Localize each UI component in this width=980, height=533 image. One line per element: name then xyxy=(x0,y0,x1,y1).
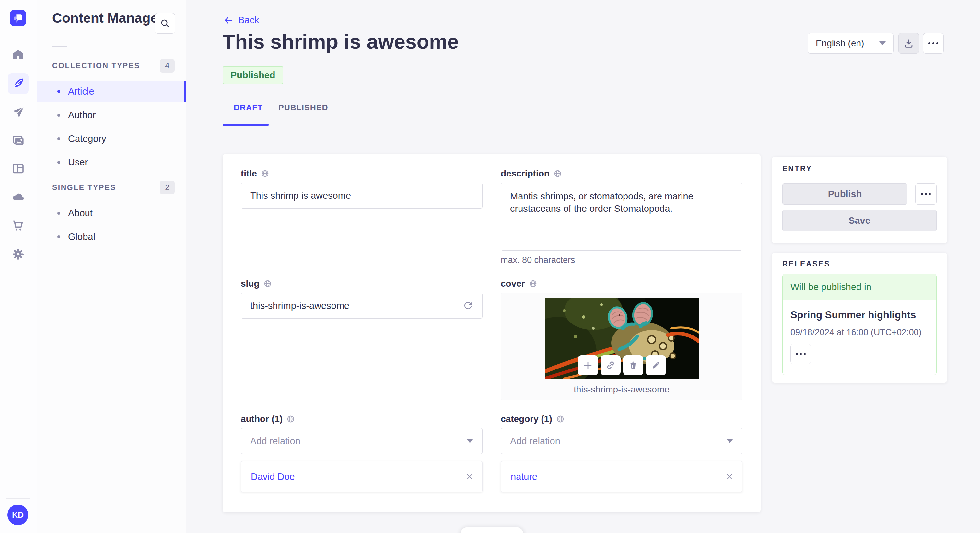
sidebar-item-label: User xyxy=(68,157,88,168)
locale-selected-value: English (en) xyxy=(816,38,864,49)
entry-panel: ENTRY Publish Save xyxy=(772,157,947,243)
bullet-icon xyxy=(57,235,60,238)
close-icon[interactable] xyxy=(465,473,474,481)
category-combobox-placeholder: Add relation xyxy=(510,436,560,447)
floating-widget-handle[interactable] xyxy=(460,527,524,533)
add-media-button[interactable] xyxy=(578,355,598,375)
publish-button[interactable]: Publish xyxy=(782,183,907,205)
rail-item-home[interactable] xyxy=(8,44,29,65)
sidebar-item-user[interactable]: User xyxy=(37,152,186,173)
main-content: Back English (en) This shrimp is awesome… xyxy=(186,0,980,533)
trash-icon xyxy=(628,360,638,370)
title-input[interactable]: This shrimp is awesome xyxy=(241,182,482,209)
description-textarea[interactable]: Mantis shrimps, or stomatopods, are mari… xyxy=(501,182,743,251)
subnav-divider xyxy=(52,46,67,47)
cloud-icon xyxy=(12,190,25,203)
download-icon xyxy=(904,38,913,48)
rail-item-marketplace[interactable] xyxy=(8,215,29,236)
author-relation-combobox[interactable]: Add relation xyxy=(241,428,482,454)
chevron-down-icon xyxy=(727,439,733,443)
sidebar-item-global[interactable]: Global xyxy=(37,226,186,247)
release-more-button[interactable] xyxy=(791,344,811,364)
globe-icon xyxy=(261,169,269,178)
release-body: Spring Summer highlights 09/18/2024 at 1… xyxy=(783,300,936,374)
field-label-slug: slug xyxy=(241,279,272,289)
regenerate-icon[interactable] xyxy=(463,300,473,311)
rail-divider xyxy=(6,498,30,499)
chevron-down-icon xyxy=(467,439,473,443)
field-label-category: category (1) xyxy=(501,414,565,424)
rail-item-content-type-builder[interactable] xyxy=(8,159,29,179)
field-label-title: title xyxy=(241,168,269,179)
sidebar-item-article[interactable]: Article xyxy=(37,81,186,102)
tab-draft[interactable]: DRAFT xyxy=(234,103,263,113)
more-dots-icon xyxy=(929,43,938,44)
collection-types-count-badge: 4 xyxy=(160,59,175,73)
sidebar-item-about[interactable]: About xyxy=(37,203,186,224)
plus-icon xyxy=(583,360,593,370)
globe-icon xyxy=(556,415,565,423)
slug-input[interactable]: this-shrimp-is-awesome xyxy=(241,293,482,319)
rail-item-content-manager[interactable] xyxy=(8,73,29,94)
sidebar-item-label: Global xyxy=(68,232,95,242)
more-dots-icon xyxy=(921,193,931,195)
copy-link-button[interactable] xyxy=(600,355,620,375)
category-relation-link[interactable]: nature xyxy=(511,471,537,482)
author-relation-link[interactable]: David Doe xyxy=(251,471,294,482)
release-date: 09/18/2024 at 16:00 (UTC+02:00) xyxy=(791,327,922,338)
save-button[interactable]: Save xyxy=(782,210,937,231)
paper-plane-icon xyxy=(12,106,25,119)
back-label: Back xyxy=(238,15,259,25)
globe-icon xyxy=(286,415,295,423)
user-avatar[interactable]: KD xyxy=(8,504,28,525)
page-title: This shrimp is awesome xyxy=(223,30,458,53)
search-button[interactable] xyxy=(154,13,175,34)
home-icon xyxy=(12,48,25,61)
field-label-cover: cover xyxy=(501,279,537,289)
feather-pen-icon xyxy=(11,77,25,90)
cover-toolbar xyxy=(545,355,699,375)
single-types-list: About Global xyxy=(37,203,186,247)
rail-item-media-library[interactable] xyxy=(8,130,29,151)
slug-input-value: this-shrimp-is-awesome xyxy=(250,300,349,311)
rail-item-releases[interactable] xyxy=(8,102,29,123)
release-status: Will be published in xyxy=(783,274,936,300)
layout-icon xyxy=(12,162,25,175)
export-button[interactable] xyxy=(898,33,919,54)
cover-caption: this-shrimp-is-awesome xyxy=(501,384,742,395)
delete-media-button[interactable] xyxy=(623,355,643,375)
back-link[interactable]: Back xyxy=(223,15,259,25)
header-more-button[interactable] xyxy=(923,33,944,54)
category-relation-combobox[interactable]: Add relation xyxy=(501,428,743,454)
sidebar-item-label: Category xyxy=(68,133,106,144)
sidebar-item-label: Author xyxy=(68,110,95,121)
rail-item-settings[interactable] xyxy=(8,244,29,265)
sidebar-item-category[interactable]: Category xyxy=(37,128,186,149)
category-relation-item: nature xyxy=(501,461,743,492)
sidebar-item-author[interactable]: Author xyxy=(37,105,186,125)
edit-media-button[interactable] xyxy=(646,355,666,375)
more-dots-icon xyxy=(796,353,806,355)
strapi-logo[interactable] xyxy=(10,10,26,26)
description-value: Mantis shrimps, or stomatopods, are mari… xyxy=(510,191,694,214)
cover-media-card: this-shrimp-is-awesome xyxy=(501,293,743,400)
edit-form-card: title This shrimp is awesome description xyxy=(223,154,760,512)
app-window: KD Content Manager COLLECTION TYPES 4 Ar… xyxy=(0,0,980,533)
close-icon[interactable] xyxy=(725,473,734,481)
active-tab-underline xyxy=(223,124,269,126)
entry-more-button[interactable] xyxy=(915,183,937,205)
bullet-icon xyxy=(57,137,60,140)
strapi-logo-icon xyxy=(10,10,26,26)
bullet-icon xyxy=(57,90,60,93)
tab-published[interactable]: PUBLISHED xyxy=(278,103,328,113)
field-label-author: author (1) xyxy=(241,414,295,424)
globe-icon xyxy=(529,279,537,288)
chevron-down-icon xyxy=(879,41,886,45)
rail-item-cloud[interactable] xyxy=(8,187,29,207)
media-library-icon xyxy=(12,134,25,147)
locale-select[interactable]: English (en) xyxy=(808,33,894,54)
globe-icon xyxy=(264,279,272,288)
author-relation-item: David Doe xyxy=(241,461,482,492)
section-label-collection-types: COLLECTION TYPES xyxy=(52,62,140,70)
releases-panel-heading: RELEASES xyxy=(782,260,830,268)
